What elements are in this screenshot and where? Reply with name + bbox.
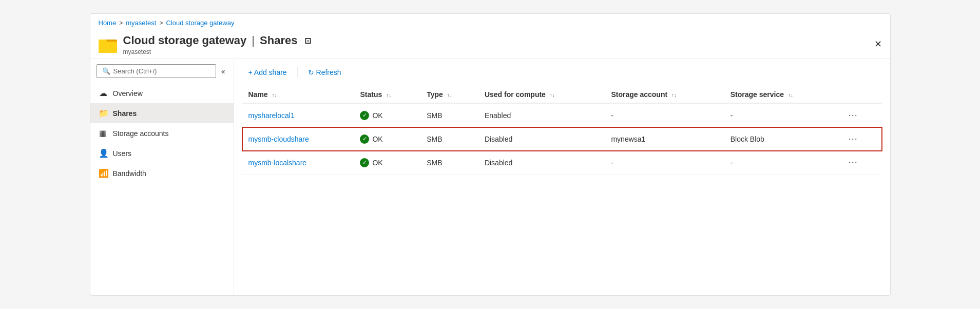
- table-row[interactable]: mysharelocal1 ✓ OK SMBEnabled--···: [242, 103, 882, 127]
- cell-type: SMB: [420, 151, 478, 175]
- table-header: Name ↑↓Status ↑↓Type ↑↓Used for compute …: [242, 85, 882, 103]
- cell-name: mysmb-localshare: [242, 151, 354, 175]
- col-header-status[interactable]: Status ↑↓: [354, 85, 420, 103]
- more-actions-button[interactable]: ···: [846, 156, 861, 169]
- col-header-compute[interactable]: Used for compute ↑↓: [478, 85, 605, 103]
- sidebar-item-shares[interactable]: 📁 Shares: [90, 103, 234, 123]
- sidebar-item-label: Shares: [113, 109, 137, 118]
- cell-storage-account: -: [605, 151, 724, 175]
- breadcrumb-sep2: >: [159, 20, 163, 27]
- cell-type: SMB: [420, 127, 478, 151]
- sidebar-item-users[interactable]: 👤 Users: [90, 143, 234, 163]
- table-row[interactable]: mysmb-cloudshare ✓ OK SMBDisabledmynewsa…: [242, 127, 882, 151]
- status-text: OK: [372, 135, 382, 143]
- search-icon: 🔍: [102, 67, 110, 75]
- cell-status: ✓ OK: [354, 103, 420, 127]
- status-ok: ✓ OK: [360, 134, 414, 144]
- shares-table: Name ↑↓Status ↑↓Type ↑↓Used for compute …: [242, 85, 882, 175]
- cell-storage-service: Block Blob: [724, 127, 839, 151]
- sort-arrows-storage_account: ↑↓: [671, 92, 677, 98]
- header-title-block: Cloud storage gateway | Shares ⊡ myasete…: [123, 34, 312, 55]
- shares-table-container: Name ↑↓Status ↑↓Type ↑↓Used for compute …: [234, 85, 890, 175]
- sort-arrows-status: ↑↓: [386, 92, 391, 98]
- breadcrumb-sep1: >: [119, 20, 123, 27]
- sidebar-item-label: Bandwidth: [113, 169, 146, 178]
- add-share-button[interactable]: + Add share: [242, 65, 293, 80]
- cell-type: SMB: [420, 103, 478, 127]
- status-ok: ✓ OK: [360, 111, 414, 120]
- cell-more-actions: ···: [839, 103, 882, 127]
- cloud-icon: ☁: [99, 88, 108, 98]
- wifi-icon: 📶: [99, 168, 108, 178]
- cell-name: mysharelocal1: [242, 103, 354, 127]
- cell-storage-service: -: [724, 151, 839, 175]
- col-header-actions: [839, 85, 882, 103]
- sidebar: 🔍 Search (Ctrl+/) « ☁ Overview 📁 Shares …: [90, 59, 234, 295]
- more-actions-button[interactable]: ···: [846, 109, 861, 122]
- table-body: mysharelocal1 ✓ OK SMBEnabled--···mysmb-…: [242, 103, 882, 175]
- cell-compute: Disabled: [478, 127, 605, 151]
- close-button[interactable]: ✕: [874, 38, 882, 50]
- cell-more-actions: ···: [839, 151, 882, 175]
- cell-compute: Enabled: [478, 103, 605, 127]
- table-row[interactable]: mysmb-localshare ✓ OK SMBDisabled--···: [242, 151, 882, 175]
- sidebar-item-bandwidth[interactable]: 📶 Bandwidth: [90, 163, 234, 183]
- folder-icon: [99, 35, 117, 54]
- breadcrumb-home[interactable]: Home: [99, 19, 117, 27]
- sort-arrows-name: ↑↓: [272, 92, 277, 98]
- toolbar-separator: [297, 67, 298, 78]
- check-icon: ✓: [360, 111, 369, 120]
- folder-icon: 📁: [99, 108, 108, 118]
- col-header-type[interactable]: Type ↑↓: [420, 85, 478, 103]
- sidebar-item-overview[interactable]: ☁ Overview: [90, 83, 234, 103]
- status-text: OK: [372, 111, 382, 120]
- sidebar-item-label: Storage accounts: [113, 129, 169, 138]
- sidebar-item-label: Overview: [113, 89, 143, 98]
- sidebar-item-storage-accounts[interactable]: ▦ Storage accounts: [90, 123, 234, 143]
- sidebar-nav: ☁ Overview 📁 Shares ▦ Storage accounts 👤…: [90, 83, 234, 183]
- breadcrumb: Home > myasetest > Cloud storage gateway: [90, 14, 890, 30]
- col-header-storage_account[interactable]: Storage account ↑↓: [605, 85, 724, 103]
- col-header-storage_service[interactable]: Storage service ↑↓: [724, 85, 839, 103]
- toolbar: + Add share ↻ Refresh: [234, 59, 890, 85]
- col-header-name[interactable]: Name ↑↓: [242, 85, 354, 103]
- main-content: 🔍 Search (Ctrl+/) « ☁ Overview 📁 Shares …: [90, 59, 890, 295]
- check-icon: ✓: [360, 158, 369, 167]
- page-header: Cloud storage gateway | Shares ⊡ myasete…: [90, 30, 890, 59]
- cell-status: ✓ OK: [354, 127, 420, 151]
- cell-storage-account: mynewsa1: [605, 127, 724, 151]
- cell-storage-account: -: [605, 103, 724, 127]
- search-box[interactable]: 🔍 Search (Ctrl+/): [97, 64, 216, 78]
- status-text: OK: [372, 159, 382, 167]
- sort-arrows-storage_service: ↑↓: [788, 92, 793, 98]
- check-icon: ✓: [360, 134, 369, 144]
- refresh-button[interactable]: ↻ Refresh: [302, 65, 348, 80]
- status-ok: ✓ OK: [360, 158, 414, 167]
- cell-compute: Disabled: [478, 151, 605, 175]
- search-placeholder: Search (Ctrl+/): [113, 67, 157, 75]
- breadcrumb-resource[interactable]: myasetest: [126, 19, 156, 27]
- print-icon[interactable]: ⊡: [304, 36, 311, 46]
- header-separator: |: [252, 34, 255, 47]
- sort-arrows-type: ↑↓: [447, 92, 452, 98]
- cell-name: mysmb-cloudshare: [242, 127, 354, 151]
- cell-more-actions: ···: [839, 127, 882, 151]
- sidebar-item-label: Users: [113, 149, 132, 158]
- grid-icon: ▦: [99, 128, 108, 138]
- breadcrumb-current[interactable]: Cloud storage gateway: [166, 19, 234, 27]
- content-area: + Add share ↻ Refresh Name ↑↓Status ↑↓Ty…: [234, 59, 890, 295]
- header-section-name: Shares: [260, 34, 297, 47]
- cell-status: ✓ OK: [354, 151, 420, 175]
- main-window: Home > myasetest > Cloud storage gateway…: [90, 13, 891, 296]
- sort-arrows-compute: ↑↓: [550, 92, 555, 98]
- header-subtitle: myasetest: [123, 48, 312, 55]
- person-icon: 👤: [99, 148, 108, 158]
- search-container: 🔍 Search (Ctrl+/) «: [90, 59, 234, 83]
- more-actions-button[interactable]: ···: [846, 132, 861, 145]
- header-resource-name: Cloud storage gateway: [123, 34, 247, 47]
- collapse-button[interactable]: «: [219, 65, 227, 78]
- cell-storage-service: -: [724, 103, 839, 127]
- header-title: Cloud storage gateway | Shares ⊡: [123, 34, 312, 47]
